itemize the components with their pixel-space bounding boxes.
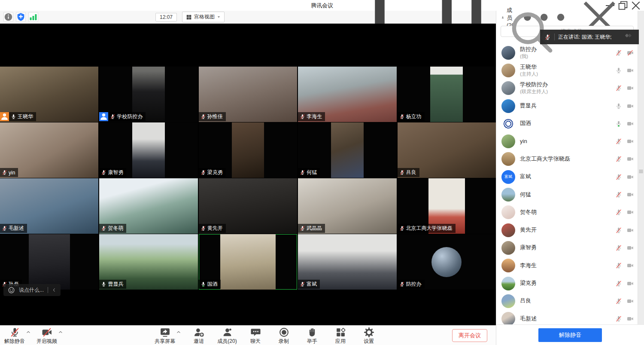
toolbar-item[interactable]: 聊天 bbox=[245, 327, 266, 345]
camera-icon[interactable] bbox=[627, 156, 634, 162]
mic-muted-icon[interactable] bbox=[615, 209, 622, 216]
mic-muted-icon[interactable] bbox=[615, 174, 622, 180]
video-tile[interactable]: 孙惟佳 bbox=[199, 67, 297, 122]
chat-icon bbox=[250, 327, 261, 338]
member-row[interactable]: 国酒 bbox=[496, 115, 638, 132]
meeting-info-button[interactable] bbox=[3, 12, 13, 22]
chevron-up-icon[interactable] bbox=[26, 330, 30, 334]
mic-muted-icon[interactable] bbox=[615, 280, 622, 287]
camera-icon[interactable] bbox=[627, 103, 634, 110]
video-tile[interactable]: 武晶晶 bbox=[298, 178, 396, 234]
video-tile[interactable]: 国酒 bbox=[199, 234, 297, 290]
video-tile[interactable]: 李海生 bbox=[298, 67, 396, 122]
unmute-button[interactable]: 解除静音 bbox=[538, 328, 602, 342]
member-info: 贺冬萌 bbox=[520, 209, 615, 216]
video-tile[interactable]: 孙磊 bbox=[0, 234, 98, 290]
camera-icon[interactable] bbox=[627, 244, 634, 251]
camera-icon[interactable] bbox=[627, 298, 634, 305]
video-tile[interactable]: 学校防控办 bbox=[99, 67, 197, 122]
camera-icon[interactable] bbox=[627, 67, 634, 74]
camera-icon[interactable] bbox=[627, 138, 634, 145]
mic-muted-icon[interactable] bbox=[615, 244, 622, 251]
member-row[interactable]: 康智勇 bbox=[496, 239, 638, 256]
toolbar-item[interactable]: 共享屏幕 bbox=[155, 327, 175, 345]
mic-muted-icon[interactable] bbox=[615, 85, 622, 92]
toolbar-item[interactable]: 录制 bbox=[273, 327, 294, 345]
tile-label: 梁克勇 bbox=[199, 168, 226, 177]
invite-icon bbox=[194, 327, 204, 338]
video-tile[interactable]: 康智勇 bbox=[99, 122, 197, 178]
toolbar-item[interactable]: 开启视频 bbox=[36, 327, 57, 345]
chevron-up-icon[interactable] bbox=[176, 330, 181, 334]
video-tile[interactable]: 王晓华 bbox=[0, 67, 98, 122]
member-row[interactable]: 毛新述 bbox=[496, 310, 638, 324]
member-row[interactable]: 吕良 bbox=[496, 292, 638, 310]
toolbar-item[interactable]: 邀请 bbox=[188, 327, 209, 345]
leave-meeting-button[interactable]: 离开会议 bbox=[452, 329, 487, 342]
member-row[interactable]: yin bbox=[496, 132, 638, 150]
camera-icon[interactable] bbox=[627, 85, 634, 92]
video-tile[interactable]: 吕良 bbox=[398, 122, 496, 178]
camera-icon[interactable] bbox=[627, 227, 634, 234]
member-row[interactable]: 李海生 bbox=[496, 257, 638, 275]
camera-icon[interactable] bbox=[627, 120, 634, 127]
video-tile[interactable]: 梁克勇 bbox=[199, 122, 297, 178]
camera-icon[interactable] bbox=[627, 174, 634, 180]
chat-quick-input[interactable]: 说点什么... bbox=[3, 284, 61, 296]
member-row[interactable]: 防控办(我) bbox=[496, 44, 638, 61]
mic-muted-icon[interactable] bbox=[615, 138, 622, 145]
mic-icon[interactable] bbox=[615, 103, 622, 110]
toolbar-item[interactable]: 举手 bbox=[302, 327, 322, 345]
member-row[interactable]: 富斌富斌 bbox=[496, 168, 638, 186]
chevron-left-icon[interactable] bbox=[52, 288, 56, 292]
toolbar-item[interactable]: 设置 bbox=[358, 327, 379, 345]
camera-icon[interactable] bbox=[627, 262, 634, 269]
camera-icon[interactable] bbox=[627, 280, 634, 287]
security-button[interactable] bbox=[16, 12, 26, 22]
chevron-up-icon[interactable] bbox=[58, 330, 63, 334]
member-info: 富斌 bbox=[520, 173, 615, 180]
video-tile[interactable]: 黄先开 bbox=[199, 178, 297, 234]
camera-icon[interactable] bbox=[627, 209, 634, 216]
member-row[interactable]: 曹显兵 bbox=[496, 97, 638, 115]
member-row[interactable]: 梁克勇 bbox=[496, 275, 638, 292]
camera-off-icon[interactable] bbox=[627, 49, 634, 56]
mic-icon[interactable] bbox=[615, 120, 622, 127]
member-row[interactable]: 何猛 bbox=[496, 186, 638, 203]
mic-muted-icon[interactable] bbox=[615, 49, 622, 56]
mic-muted-icon[interactable] bbox=[615, 262, 622, 269]
mic-muted-icon[interactable] bbox=[615, 227, 622, 234]
view-mode-button[interactable]: 宫格视图 bbox=[182, 12, 225, 22]
video-tile[interactable]: 毛新述 bbox=[0, 178, 98, 234]
video-tile[interactable]: 贺冬萌 bbox=[99, 178, 197, 234]
mic-icon bbox=[11, 114, 16, 119]
close-button[interactable] bbox=[629, 0, 642, 11]
member-row[interactable]: 北京工商大学张晓磊 bbox=[496, 150, 638, 168]
video-tile[interactable]: 防控办 bbox=[398, 234, 496, 290]
participant-name: 贺冬萌 bbox=[108, 225, 123, 232]
video-tile[interactable]: 曹显兵 bbox=[99, 234, 197, 290]
video-tile[interactable]: 北京工商大学张晓磊 bbox=[398, 178, 496, 234]
mic-muted-icon[interactable] bbox=[615, 156, 622, 162]
video-tile[interactable]: 杨立功 bbox=[398, 67, 496, 122]
mic-icon[interactable] bbox=[615, 67, 622, 74]
member-row[interactable]: 贺冬萌 bbox=[496, 204, 638, 221]
toolbar-item[interactable]: 成员(20) bbox=[217, 327, 237, 345]
network-status-button[interactable] bbox=[28, 12, 38, 22]
member-row[interactable]: 学校防控办(联席主持人) bbox=[496, 79, 638, 97]
member-row[interactable]: 黄先开 bbox=[496, 221, 638, 239]
video-tile[interactable]: 何猛 bbox=[298, 122, 396, 178]
participant-name: 北京工商大学张晓磊 bbox=[406, 225, 453, 232]
mic-muted-icon[interactable] bbox=[615, 298, 622, 305]
member-row[interactable]: 王晓华(主持人) bbox=[496, 61, 638, 79]
mic-muted-icon[interactable] bbox=[615, 191, 622, 198]
view-mode-label: 宫格视图 bbox=[194, 13, 215, 21]
toolbar-item[interactable]: 应用 bbox=[330, 327, 351, 345]
camera-icon[interactable] bbox=[627, 191, 634, 198]
mic-muted-icon[interactable] bbox=[615, 315, 622, 322]
video-tile[interactable]: yin bbox=[0, 122, 98, 178]
panel-scrollbar[interactable] bbox=[638, 11, 644, 324]
camera-icon[interactable] bbox=[627, 315, 634, 322]
video-tile[interactable]: 富斌 bbox=[298, 234, 396, 290]
toolbar-item[interactable]: 解除静音 bbox=[4, 327, 25, 345]
